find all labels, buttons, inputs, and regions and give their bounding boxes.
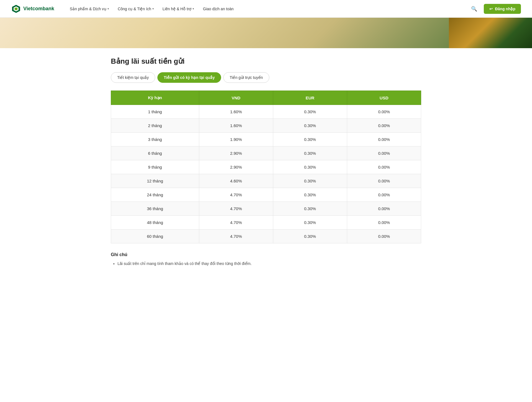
notes-list: Lãi suất trên chỉ mang tính tham khảo và… <box>111 261 421 267</box>
cell-term: 36 tháng <box>111 202 199 216</box>
cell-vnd: 4.70% <box>199 188 273 202</box>
cell-usd: 0.00% <box>347 174 421 188</box>
logo[interactable]: Vietcombank <box>11 4 54 14</box>
cell-term: 48 tháng <box>111 216 199 230</box>
notes-title: Ghi chú <box>111 252 421 257</box>
cell-usd: 0.00% <box>347 119 421 133</box>
cell-vnd: 4.70% <box>199 216 273 230</box>
cell-usd: 0.00% <box>347 188 421 202</box>
col-header-usd: USD <box>347 91 421 105</box>
logo-icon <box>11 4 21 14</box>
cell-eur: 0.30% <box>273 160 347 174</box>
login-icon: ↩ <box>489 7 493 11</box>
table-row: 3 tháng 1.90% 0.30% 0.00% <box>111 133 421 146</box>
nav-item-security-label: Giao dịch an toàn <box>203 7 234 11</box>
cell-eur: 0.30% <box>273 188 347 202</box>
tab-tien-gui-truc-tuyen[interactable]: Tiền gửi trực tuyến <box>223 72 269 83</box>
tabs-container: Tiết kiệm tại quầy Tiền gửi có kỳ hạn tạ… <box>111 72 421 83</box>
cell-usd: 0.00% <box>347 146 421 160</box>
cell-vnd: 4.70% <box>199 202 273 216</box>
navbar: Vietcombank Sản phẩm & Dịch vụ ▾ Công cụ… <box>0 0 532 18</box>
cell-term: 3 tháng <box>111 133 199 146</box>
cell-term: 9 tháng <box>111 160 199 174</box>
table-row: 60 tháng 4.70% 0.30% 0.00% <box>111 230 421 243</box>
cell-term: 60 tháng <box>111 230 199 243</box>
table-header: Kỳ hạn VND EUR USD <box>111 91 421 105</box>
chevron-down-icon: ▾ <box>193 7 194 10</box>
cell-vnd: 1.60% <box>199 105 273 119</box>
cell-eur: 0.30% <box>273 133 347 146</box>
cell-term: 1 tháng <box>111 105 199 119</box>
table-row: 9 tháng 2.90% 0.30% 0.00% <box>111 160 421 174</box>
chevron-down-icon: ▾ <box>152 7 154 10</box>
cell-eur: 0.30% <box>273 119 347 133</box>
cell-eur: 0.30% <box>273 174 347 188</box>
cell-vnd: 4.70% <box>199 230 273 243</box>
nav-item-products[interactable]: Sản phẩm & Dịch vụ ▾ <box>65 0 113 18</box>
main-content: Bảng lãi suất tiền gửi Tiết kiệm tại quầ… <box>105 48 427 279</box>
hero-coins-image <box>449 18 532 48</box>
tab-tien-gui-co-ky-han[interactable]: Tiền gửi có kỳ hạn tại quầy <box>157 72 221 83</box>
search-button[interactable]: 🔍 <box>469 4 479 14</box>
nav-links: Sản phẩm & Dịch vụ ▾ Công cụ & Tiện ích … <box>65 0 469 18</box>
search-icon: 🔍 <box>471 6 477 12</box>
login-button[interactable]: ↩ Đăng nhập <box>484 4 521 14</box>
cell-vnd: 2.90% <box>199 146 273 160</box>
hero-banner <box>0 18 532 48</box>
cell-usd: 0.00% <box>347 216 421 230</box>
cell-term: 6 tháng <box>111 146 199 160</box>
login-label: Đăng nhập <box>495 7 515 11</box>
table-row: 24 tháng 4.70% 0.30% 0.00% <box>111 188 421 202</box>
table-row: 48 tháng 4.70% 0.30% 0.00% <box>111 216 421 230</box>
chevron-down-icon: ▾ <box>108 7 109 10</box>
page-title: Bảng lãi suất tiền gửi <box>111 57 421 66</box>
cell-term: 12 tháng <box>111 174 199 188</box>
col-header-ky-han: Kỳ hạn <box>111 91 199 105</box>
nav-item-security[interactable]: Giao dịch an toàn <box>198 0 238 18</box>
cell-eur: 0.30% <box>273 105 347 119</box>
cell-vnd: 4.60% <box>199 174 273 188</box>
cell-vnd: 1.90% <box>199 133 273 146</box>
tab-tiet-kiem[interactable]: Tiết kiệm tại quầy <box>111 72 155 83</box>
rate-table: Kỳ hạn VND EUR USD 1 tháng 1.60% 0.30% 0… <box>111 91 421 243</box>
table-row: 12 tháng 4.60% 0.30% 0.00% <box>111 174 421 188</box>
nav-right: 🔍 ↩ Đăng nhập <box>469 4 521 14</box>
cell-usd: 0.00% <box>347 133 421 146</box>
nav-item-products-label: Sản phẩm & Dịch vụ <box>70 7 106 11</box>
cell-eur: 0.30% <box>273 230 347 243</box>
cell-eur: 0.30% <box>273 216 347 230</box>
col-header-eur: EUR <box>273 91 347 105</box>
cell-usd: 0.00% <box>347 160 421 174</box>
logo-text: Vietcombank <box>23 6 54 12</box>
cell-term: 24 tháng <box>111 188 199 202</box>
cell-eur: 0.30% <box>273 202 347 216</box>
table-row: 36 tháng 4.70% 0.30% 0.00% <box>111 202 421 216</box>
table-body: 1 tháng 1.60% 0.30% 0.00% 2 tháng 1.60% … <box>111 105 421 243</box>
nav-item-tools-label: Công cụ & Tiện ích <box>118 7 151 11</box>
nav-item-tools[interactable]: Công cụ & Tiện ích ▾ <box>113 0 158 18</box>
table-row: 2 tháng 1.60% 0.30% 0.00% <box>111 119 421 133</box>
cell-term: 2 tháng <box>111 119 199 133</box>
notes-item: Lãi suất trên chỉ mang tính tham khảo và… <box>117 261 421 267</box>
cell-usd: 0.00% <box>347 202 421 216</box>
table-row: 6 tháng 2.90% 0.30% 0.00% <box>111 146 421 160</box>
table-row: 1 tháng 1.60% 0.30% 0.00% <box>111 105 421 119</box>
nav-item-contact-label: Liên hệ & Hỗ trợ <box>163 7 192 11</box>
notes-section: Ghi chú Lãi suất trên chỉ mang tính tham… <box>111 252 421 267</box>
col-header-vnd: VND <box>199 91 273 105</box>
nav-item-contact[interactable]: Liên hệ & Hỗ trợ ▾ <box>158 0 199 18</box>
cell-vnd: 1.60% <box>199 119 273 133</box>
cell-usd: 0.00% <box>347 105 421 119</box>
cell-eur: 0.30% <box>273 146 347 160</box>
cell-vnd: 2.90% <box>199 160 273 174</box>
table-header-row: Kỳ hạn VND EUR USD <box>111 91 421 105</box>
cell-usd: 0.00% <box>347 230 421 243</box>
